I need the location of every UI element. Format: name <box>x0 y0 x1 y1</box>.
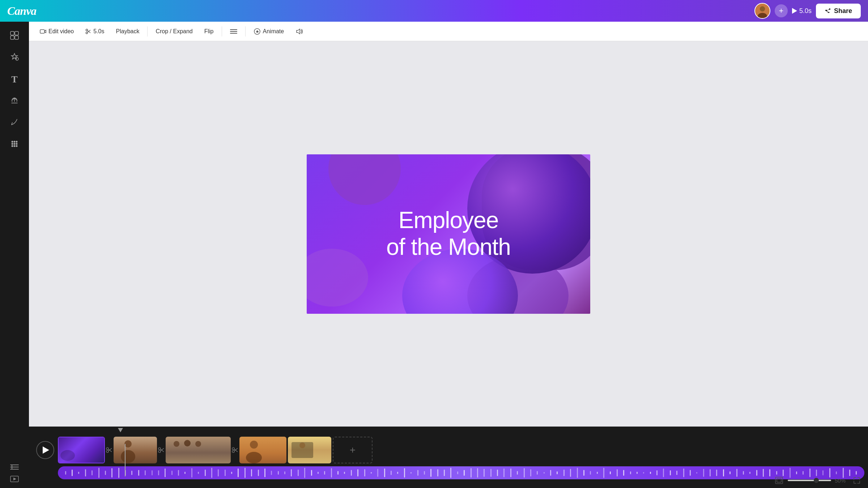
preview-button[interactable] <box>10 475 19 484</box>
zoom-controls: 50% <box>774 476 861 484</box>
svg-rect-49 <box>10 469 19 470</box>
share-button[interactable]: Share <box>816 4 861 18</box>
edit-video-icon <box>40 28 46 35</box>
slide-line2: of the Month <box>386 234 511 261</box>
sidebar-item-text[interactable]: T <box>4 69 25 90</box>
svg-rect-17 <box>40 30 44 33</box>
slide-canvas[interactable]: Employee of the Month <box>307 154 590 314</box>
svg-point-8 <box>12 141 13 143</box>
svg-rect-54 <box>777 479 781 482</box>
canva-logo: Canva <box>7 4 36 18</box>
duration-display[interactable]: 5.0s <box>792 7 812 15</box>
svg-point-43 <box>250 441 258 449</box>
add-clip-button[interactable]: + <box>333 437 373 463</box>
fullscreen-button[interactable] <box>853 476 861 484</box>
play-button[interactable] <box>36 441 54 459</box>
animate-button[interactable]: Animate <box>248 26 289 37</box>
svg-rect-4 <box>15 31 18 35</box>
toolbar-divider-2 <box>222 26 222 37</box>
clip-4-thumbnail <box>239 437 286 463</box>
zoom-slider-thumb[interactable] <box>814 478 819 483</box>
play-icon <box>43 446 49 454</box>
blob-1 <box>328 154 401 205</box>
left-sidebar: T <box>0 22 29 488</box>
sidebar-item-elements[interactable] <box>4 48 25 68</box>
clip-5-thumbnail <box>288 437 331 463</box>
svg-point-14 <box>12 145 13 147</box>
topbar-right: + 5.0s Share <box>754 3 861 19</box>
more-options-button[interactable] <box>225 26 242 37</box>
text-icon: T <box>11 75 17 84</box>
svg-rect-6 <box>15 36 18 39</box>
svg-point-15 <box>14 145 16 147</box>
play-icon <box>792 8 797 14</box>
zoom-slider[interactable] <box>788 480 831 481</box>
sidebar-item-layout[interactable] <box>4 26 25 46</box>
apps-icon <box>10 139 19 150</box>
clip-5[interactable] <box>288 437 331 463</box>
svg-point-9 <box>14 141 16 143</box>
timeline-playhead <box>125 444 125 476</box>
playback-button[interactable]: Playback <box>111 26 145 37</box>
scissors-divider-1 <box>105 446 114 454</box>
clip-1[interactable] <box>58 437 105 463</box>
sidebar-item-draw[interactable] <box>4 113 25 133</box>
scissors-divider-2 <box>157 446 166 454</box>
svg-point-44 <box>246 452 262 463</box>
svg-point-11 <box>12 143 13 145</box>
svg-point-10 <box>16 141 18 143</box>
svg-point-37 <box>184 440 191 446</box>
svg-rect-48 <box>10 467 19 467</box>
layout-icon <box>10 31 19 42</box>
crop-expand-button[interactable]: Crop / Expand <box>150 26 197 37</box>
audio-waveform <box>58 466 864 479</box>
clip-2[interactable] <box>114 437 157 463</box>
svg-point-12 <box>14 143 16 145</box>
share-icon <box>825 8 831 14</box>
clips-row: + <box>29 434 868 466</box>
clip-2-thumbnail <box>114 437 157 463</box>
slide-line1: Employee <box>386 207 511 234</box>
edit-video-button[interactable]: Edit video <box>35 26 79 37</box>
toolbar-divider-1 <box>147 26 148 37</box>
svg-point-30 <box>124 440 132 448</box>
svg-rect-5 <box>10 36 14 39</box>
svg-rect-47 <box>10 465 19 465</box>
svg-rect-53 <box>775 477 783 484</box>
scissors-divider-3 <box>231 446 239 454</box>
clips-container: + <box>58 437 864 463</box>
svg-point-26 <box>106 450 109 453</box>
volume-button[interactable] <box>290 26 308 37</box>
speed-button[interactable]: 5.0s <box>80 26 109 37</box>
sidebar-item-upload[interactable] <box>4 91 25 111</box>
svg-rect-3 <box>10 31 14 35</box>
clip-4[interactable] <box>239 437 286 463</box>
play-button-container <box>33 441 58 459</box>
timeline-toggle-button[interactable] <box>10 464 19 473</box>
svg-point-32 <box>158 450 161 453</box>
zoom-percentage: 50% <box>835 478 849 484</box>
svg-point-36 <box>174 441 179 447</box>
elements-icon <box>10 52 19 63</box>
flip-button[interactable]: Flip <box>199 26 219 37</box>
animate-icon <box>254 28 261 35</box>
topbar-left: Canva <box>7 4 36 18</box>
timeline: + <box>29 427 868 488</box>
toolbar-divider-3 <box>245 26 246 37</box>
svg-point-13 <box>16 143 18 145</box>
fit-to-screen-button[interactable] <box>774 476 784 484</box>
audio-row <box>29 466 868 484</box>
svg-point-1 <box>760 6 765 12</box>
svg-marker-52 <box>13 478 16 480</box>
clip-3-thumbnail <box>166 437 231 463</box>
add-collaborator-button[interactable]: + <box>775 4 788 17</box>
svg-point-38 <box>195 441 201 447</box>
sidebar-item-apps[interactable] <box>4 134 25 155</box>
svg-rect-50 <box>12 465 12 470</box>
clip-3[interactable] <box>166 437 231 463</box>
svg-rect-23 <box>230 31 237 32</box>
upload-icon <box>10 96 19 107</box>
duration-label: 5.0s <box>799 7 812 15</box>
avatar[interactable] <box>754 3 770 19</box>
svg-point-19 <box>86 29 88 31</box>
